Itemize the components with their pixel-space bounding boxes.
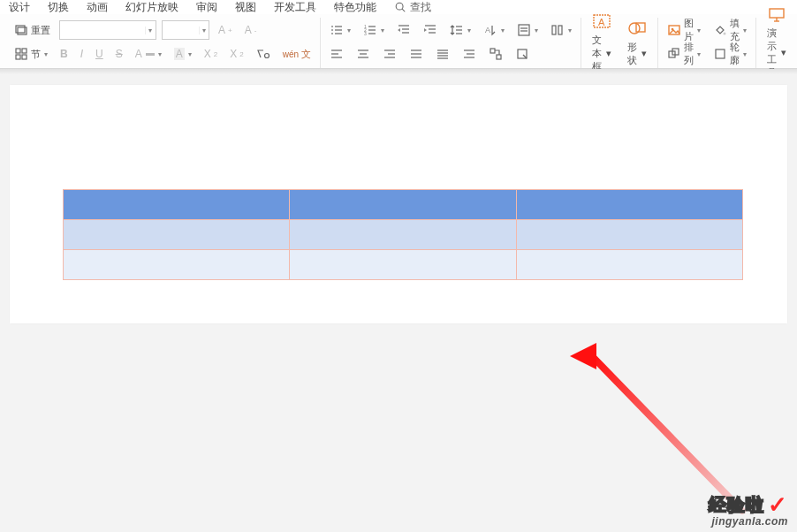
smart-art-button[interactable]: [485, 45, 506, 63]
numbering-button[interactable]: 123▾: [360, 21, 388, 39]
chevron-down-icon[interactable]: ▾: [145, 27, 156, 34]
menu-search-label: 查找: [410, 0, 431, 15]
reset-label: 重置: [31, 24, 50, 37]
text-direction-icon: A: [483, 23, 497, 37]
align-justify-icon: [409, 47, 423, 61]
svg-rect-56: [497, 55, 501, 59]
indent-icon: [423, 23, 437, 37]
menu-tab-design[interactable]: 设计: [9, 0, 30, 15]
outline-button[interactable]: 轮廓▾: [710, 39, 750, 69]
table-row[interactable]: [64, 190, 743, 220]
case-icon: [256, 47, 270, 61]
pinyin-button[interactable]: wén文: [279, 46, 315, 63]
font-size-input[interactable]: [163, 24, 199, 36]
dialog-icon: [515, 47, 529, 61]
superscript-button[interactable]: X2: [201, 46, 221, 62]
decrease-indent-button[interactable]: [393, 21, 414, 39]
align-right-button[interactable]: [379, 45, 400, 63]
font-size-combo[interactable]: ▾: [162, 20, 209, 40]
svg-line-1: [402, 9, 405, 11]
shape-icon: [627, 19, 647, 39]
underline-button[interactable]: U: [92, 46, 107, 62]
shape-label: 形状: [627, 41, 640, 67]
strikethrough-button[interactable]: S: [112, 46, 126, 62]
italic-button[interactable]: I: [77, 46, 87, 62]
align-center-icon: [356, 47, 370, 61]
arrange-label: 排列: [684, 41, 694, 67]
line-spacing-button[interactable]: ▾: [446, 21, 474, 39]
fill-icon: [713, 23, 727, 37]
menu-tab-developer[interactable]: 开发工具: [274, 0, 316, 15]
slide-canvas-area: 经验啦 ✓ jingyanla.com: [0, 69, 797, 532]
reset-button[interactable]: 重置: [11, 21, 54, 39]
reset-icon: [14, 23, 28, 37]
outline-icon: [713, 47, 727, 61]
menu-tab-view[interactable]: 视图: [235, 0, 256, 15]
svg-point-13: [331, 33, 333, 34]
check-icon: ✓: [768, 493, 788, 516]
columns-icon: [550, 23, 565, 37]
columns-button[interactable]: ▾: [547, 21, 575, 39]
svg-point-64: [724, 33, 726, 35]
svg-text:A: A: [485, 26, 490, 34]
slide[interactable]: [10, 85, 787, 323]
watermark-url: jingyanla.com: [709, 516, 788, 527]
section-label: 节: [31, 48, 41, 61]
menu-tab-animation[interactable]: 动画: [87, 0, 108, 15]
section-button[interactable]: 节▾: [11, 45, 51, 63]
increase-indent-button[interactable]: [420, 21, 441, 39]
outline-label: 轮廓: [730, 41, 740, 67]
smartart-icon: [489, 47, 503, 61]
align-text-button[interactable]: ▾: [513, 21, 542, 39]
menu-tab-review[interactable]: 审阅: [196, 0, 217, 15]
svg-rect-35: [558, 26, 562, 34]
menu-search[interactable]: 查找: [394, 0, 431, 15]
watermark-text: 经验啦: [709, 496, 764, 513]
tab-stops-button[interactable]: [459, 45, 480, 63]
align-justify-button[interactable]: [406, 45, 427, 63]
line-spacing-icon: [450, 23, 464, 37]
tabs-icon: [462, 47, 476, 61]
font-name-input[interactable]: [60, 24, 145, 36]
decrease-font-button[interactable]: A-: [241, 22, 261, 38]
svg-rect-6: [16, 55, 20, 59]
menu-tab-special[interactable]: 特色功能: [334, 0, 376, 15]
table-row[interactable]: [64, 220, 743, 250]
bold-button[interactable]: B: [57, 46, 72, 62]
align-distribute-button[interactable]: [432, 45, 453, 63]
table-row[interactable]: [64, 250, 743, 280]
subscript-button[interactable]: X2: [226, 46, 247, 62]
shape-button[interactable]: 形状▾: [622, 18, 652, 69]
textbox-button[interactable]: A 文本框▾: [587, 11, 617, 75]
svg-point-0: [396, 3, 403, 10]
bullets-button[interactable]: ▾: [326, 21, 354, 39]
inserted-table[interactable]: [63, 189, 743, 280]
textbox-label: 文本框: [592, 34, 604, 73]
arrange-button[interactable]: 排列▾: [664, 39, 704, 69]
toolbar-shadow: [0, 69, 797, 74]
svg-rect-68: [770, 9, 784, 18]
font-name-combo[interactable]: ▾: [59, 20, 156, 40]
menu-tab-slideshow[interactable]: 幻灯片放映: [125, 0, 178, 15]
svg-point-9: [331, 26, 333, 27]
text-direction-button[interactable]: A▾: [480, 21, 508, 39]
chevron-down-icon[interactable]: ▾: [199, 27, 209, 34]
monitor-icon: [767, 5, 786, 25]
bullets-icon: [330, 23, 344, 37]
textbox-icon: A: [592, 12, 611, 32]
highlight-button[interactable]: A▾: [171, 46, 195, 62]
svg-point-8: [264, 54, 269, 58]
outdent-icon: [397, 23, 411, 37]
svg-text:3: 3: [364, 31, 367, 36]
increase-font-button[interactable]: A+: [215, 22, 236, 38]
svg-rect-31: [519, 25, 529, 35]
align-center-button[interactable]: [353, 45, 374, 63]
menu-tab-transition[interactable]: 切换: [48, 0, 69, 15]
font-color-button[interactable]: A▾: [132, 46, 165, 62]
align-left-button[interactable]: [326, 45, 347, 63]
paragraph-dialog-button[interactable]: [512, 45, 533, 63]
change-case-button[interactable]: [253, 45, 274, 63]
numbering-icon: 123: [363, 23, 377, 37]
menu-bar: 设计 切换 动画 幻灯片放映 审阅 视图 开发工具 特色功能 查找: [0, 0, 797, 14]
watermark: 经验啦 ✓ jingyanla.com: [709, 493, 788, 527]
